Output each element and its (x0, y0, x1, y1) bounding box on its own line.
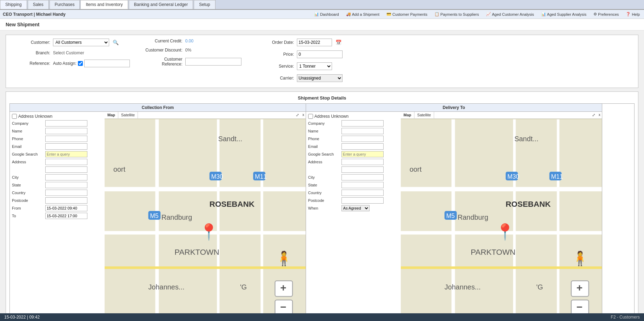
tab-setup[interactable]: Setup (194, 0, 215, 9)
collection-country-label: Country (12, 191, 45, 195)
delivery-state-row: State (308, 182, 399, 188)
delivery-address-unknown-checkbox[interactable] (308, 114, 313, 119)
collection-company-row: Company (12, 120, 102, 127)
collection-to-label: To (12, 214, 45, 218)
delivery-map-expand[interactable]: ⤢ (590, 112, 597, 118)
collection-from-input[interactable] (45, 205, 87, 211)
company-title: CEO Transport | Michael Handy (3, 12, 66, 17)
delivery-map-tab[interactable]: Map (401, 112, 414, 118)
delivery-country-input[interactable] (341, 190, 384, 196)
price-input[interactable] (297, 50, 343, 58)
reference-input[interactable] (84, 60, 130, 67)
collection-address-unknown-checkbox[interactable] (12, 114, 17, 119)
nav-aged-supplier[interactable]: 📊 Aged Supplier Analysis (540, 11, 588, 17)
svg-text:📍: 📍 (495, 223, 515, 241)
customer-reference-input[interactable] (185, 58, 241, 66)
delivery-company-row: Company (308, 120, 399, 127)
collection-google-row: Google Search (12, 151, 102, 157)
collection-name-input[interactable] (45, 128, 87, 134)
collection-email-input[interactable] (45, 143, 87, 150)
collection-postcode-label: Postcode (12, 198, 45, 203)
delivery-postcode-label: Postcode (308, 198, 341, 203)
service-row: Service: 1 Tonner 2 Tonner 3 Tonner (255, 62, 343, 70)
auto-assign-label: Auto Assign: (53, 61, 77, 66)
collection-state-input[interactable] (45, 182, 87, 188)
delivery-satellite-tab[interactable]: Satellite (414, 112, 434, 118)
nav-preferences[interactable]: ⚙ Preferences (592, 11, 620, 17)
tab-purchases[interactable]: Purchases (49, 0, 80, 9)
delivery-city-input[interactable] (341, 174, 384, 180)
svg-text:🧍: 🧍 (275, 250, 293, 267)
delivery-map: Map Satellite ⤢ x (401, 112, 602, 321)
price-label: Price: (255, 52, 294, 57)
delivery-email-input[interactable] (341, 143, 384, 150)
order-date-row: Order Date: 📅 (255, 39, 343, 46)
customer-reference-label: Customer Reference: (144, 57, 182, 67)
collection-satellite-tab[interactable]: Satellite (118, 112, 138, 118)
collection-map-tab[interactable]: Map (105, 112, 118, 118)
customer-discount-label: Customer Discount: (144, 48, 182, 53)
delivery-body: Address Unknown Company Name Phone (306, 112, 602, 321)
aged-supplier-icon: 📊 (541, 12, 546, 16)
calendar-icon[interactable]: 📅 (336, 40, 341, 45)
collection-map-tabs: Map Satellite ⤢ x (105, 112, 306, 119)
collection-email-label: Email (12, 144, 45, 149)
collection-map-area: oort Sandt... ROSEBANK Randburg PARKTOWN… (105, 119, 306, 321)
delivery-company-input[interactable] (341, 120, 384, 127)
delivery-header: Delivery To (306, 104, 602, 112)
delivery-postcode-input[interactable] (341, 197, 384, 204)
collection-city-row: City (12, 174, 102, 180)
nav-preferences-label: Preferences (598, 12, 619, 16)
delivery-google-input[interactable] (341, 151, 384, 157)
tab-items-inventory[interactable]: Items and Inventory (80, 0, 128, 9)
nav-aged-customer[interactable]: 📈 Aged Customer Analysis (485, 11, 536, 17)
nav-payments-suppliers-label: Payments to Suppliers (440, 12, 479, 16)
delivery-name-label: Name (308, 129, 341, 133)
help-icon: ❓ (626, 12, 631, 16)
delivery-state-input[interactable] (341, 182, 384, 188)
collection-google-input[interactable] (45, 151, 87, 157)
collection-address-input[interactable] (45, 159, 87, 165)
nav-help[interactable]: ❓ Help (624, 11, 641, 17)
tab-sales[interactable]: Sales (28, 0, 49, 9)
collection-phone-row: Phone (12, 136, 102, 142)
collection-to-input[interactable] (45, 213, 87, 219)
delivery-when-select[interactable]: As Agreed Morning Afternoon Evening (341, 205, 370, 211)
branch-label: Branch: (12, 50, 50, 55)
collection-city-input[interactable] (45, 174, 87, 180)
nav-help-label: Help (632, 12, 640, 16)
delivery-address-input[interactable] (341, 159, 384, 165)
collection-country-input[interactable] (45, 190, 87, 196)
nav-dashboard[interactable]: 📊 Dashboard (313, 11, 340, 17)
collection-address2-input[interactable] (45, 166, 87, 173)
delivery-map-area: oort Sandt... ROSEBANK Randburg PARKTOWN… (401, 119, 602, 321)
tab-shipping[interactable]: Shipping (0, 0, 27, 9)
collection-postcode-input[interactable] (45, 197, 87, 204)
collection-map-expand[interactable]: ⤢ (294, 112, 301, 118)
status-shortcut: F2 - Customers (611, 315, 640, 320)
stops-grid: Collection From Address Unknown Company (9, 103, 635, 321)
carrier-row: Carrier: Unassigned Driver 1 Driver 2 (255, 74, 343, 82)
collection-phone-input[interactable] (45, 136, 87, 142)
delivery-city-label: City (308, 175, 341, 179)
delivery-address-row: Address (308, 159, 399, 165)
order-date-input[interactable] (297, 39, 332, 46)
nav-payments-suppliers[interactable]: 📋 Payments to Suppliers (433, 11, 480, 17)
delivery-country-row: Country (308, 190, 399, 196)
price-row: Price: (255, 50, 343, 58)
customer-select[interactable]: All Customers (53, 39, 109, 46)
delivery-name-input[interactable] (341, 128, 384, 134)
svg-text:🧍: 🧍 (571, 250, 589, 267)
nav-customer-payments[interactable]: 💳 Customer Payments (385, 11, 429, 17)
reference-label: Reference: (12, 61, 50, 66)
delivery-phone-input[interactable] (341, 136, 384, 142)
nav-add-shipment[interactable]: 🚚 Add a Shipment (345, 11, 381, 17)
carrier-select[interactable]: Unassigned Driver 1 Driver 2 (297, 74, 343, 82)
customer-search-icon[interactable]: 🔍 (113, 40, 119, 45)
tab-banking[interactable]: Banking and General Ledger (129, 0, 193, 9)
svg-text:PARKTOWN: PARKTOWN (471, 248, 515, 257)
auto-assign-checkbox[interactable] (78, 61, 83, 66)
collection-company-input[interactable] (45, 120, 87, 127)
service-select[interactable]: 1 Tonner 2 Tonner 3 Tonner (297, 62, 332, 70)
delivery-address2-input[interactable] (341, 166, 384, 173)
